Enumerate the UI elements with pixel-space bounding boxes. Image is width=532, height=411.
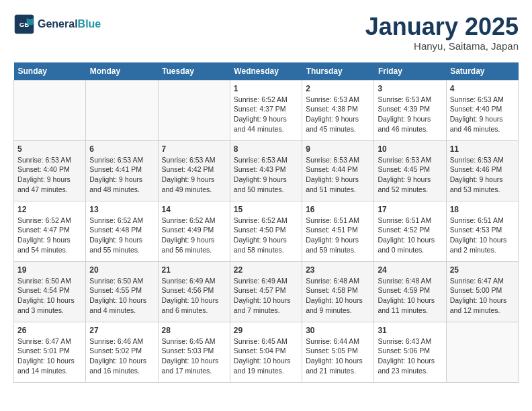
weekday-header-friday: Friday [374,62,446,81]
weekday-header-tuesday: Tuesday [158,62,230,81]
day-number: 31 [378,326,442,335]
day-number: 13 [89,205,154,214]
calendar-cell: 4Sunrise: 6:53 AM Sunset: 4:40 PM Daylig… [446,80,518,140]
day-info: Sunrise: 6:47 AM Sunset: 5:01 PM Dayligh… [17,336,82,376]
logo-text: GeneralBlue [38,18,101,30]
calendar-cell: 5Sunrise: 6:53 AM Sunset: 4:40 PM Daylig… [14,140,86,201]
day-info: Sunrise: 6:50 AM Sunset: 4:54 PM Dayligh… [17,276,82,316]
calendar-cell: 11Sunrise: 6:53 AM Sunset: 4:46 PM Dayli… [446,140,518,201]
day-number: 14 [162,205,226,214]
day-number: 22 [234,265,298,275]
calendar-cell: 24Sunrise: 6:48 AM Sunset: 4:59 PM Dayli… [374,261,446,322]
day-number: 25 [450,265,515,275]
calendar-cell: 10Sunrise: 6:53 AM Sunset: 4:45 PM Dayli… [374,140,446,201]
day-number: 23 [306,265,370,275]
weekday-header-sunday: Sunday [14,62,86,81]
day-info: Sunrise: 6:48 AM Sunset: 4:59 PM Dayligh… [378,276,442,316]
day-info: Sunrise: 6:44 AM Sunset: 5:05 PM Dayligh… [306,336,370,376]
calendar-cell: 6Sunrise: 6:53 AM Sunset: 4:41 PM Daylig… [86,140,158,201]
calendar-cell: 23Sunrise: 6:48 AM Sunset: 4:58 PM Dayli… [302,261,374,322]
calendar-week-row: 26Sunrise: 6:47 AM Sunset: 5:01 PM Dayli… [14,322,519,382]
day-number: 17 [378,205,442,214]
day-number: 8 [234,144,298,154]
day-number: 16 [306,205,370,214]
location: Hanyu, Saitama, Japan [365,40,519,52]
day-info: Sunrise: 6:46 AM Sunset: 5:02 PM Dayligh… [89,336,154,376]
weekday-header-thursday: Thursday [302,62,374,81]
calendar-cell: 12Sunrise: 6:52 AM Sunset: 4:47 PM Dayli… [14,201,86,261]
calendar-cell: 22Sunrise: 6:49 AM Sunset: 4:57 PM Dayli… [230,261,302,322]
calendar-cell: 25Sunrise: 6:47 AM Sunset: 5:00 PM Dayli… [446,261,518,322]
day-number: 24 [378,265,442,275]
calendar-cell: 18Sunrise: 6:51 AM Sunset: 4:53 PM Dayli… [446,201,518,261]
day-info: Sunrise: 6:53 AM Sunset: 4:42 PM Dayligh… [162,155,226,195]
day-info: Sunrise: 6:52 AM Sunset: 4:48 PM Dayligh… [89,216,154,255]
day-info: Sunrise: 6:53 AM Sunset: 4:41 PM Dayligh… [89,155,154,195]
day-info: Sunrise: 6:43 AM Sunset: 5:06 PM Dayligh… [378,336,442,376]
calendar-cell: 20Sunrise: 6:50 AM Sunset: 4:55 PM Dayli… [86,261,158,322]
day-number: 9 [306,144,370,154]
day-info: Sunrise: 6:53 AM Sunset: 4:43 PM Dayligh… [234,155,298,195]
calendar-cell: 7Sunrise: 6:53 AM Sunset: 4:42 PM Daylig… [158,140,230,201]
day-info: Sunrise: 6:45 AM Sunset: 5:04 PM Dayligh… [234,336,298,376]
day-info: Sunrise: 6:53 AM Sunset: 4:45 PM Dayligh… [378,155,442,195]
weekday-header-saturday: Saturday [446,62,518,81]
day-number: 5 [17,144,82,154]
day-number: 3 [378,84,442,93]
calendar-cell: 19Sunrise: 6:50 AM Sunset: 4:54 PM Dayli… [14,261,86,322]
calendar-cell: 14Sunrise: 6:52 AM Sunset: 4:49 PM Dayli… [158,201,230,261]
calendar-cell: 9Sunrise: 6:53 AM Sunset: 4:44 PM Daylig… [302,140,374,201]
day-info: Sunrise: 6:50 AM Sunset: 4:55 PM Dayligh… [89,276,154,316]
calendar-cell [158,80,230,140]
day-info: Sunrise: 6:49 AM Sunset: 4:56 PM Dayligh… [162,276,226,316]
calendar-week-row: 5Sunrise: 6:53 AM Sunset: 4:40 PM Daylig… [14,140,519,201]
day-info: Sunrise: 6:53 AM Sunset: 4:40 PM Dayligh… [450,95,515,134]
calendar-table: SundayMondayTuesdayWednesdayThursdayFrid… [13,62,519,383]
day-info: Sunrise: 6:51 AM Sunset: 4:52 PM Dayligh… [378,216,442,255]
weekday-header-row: SundayMondayTuesdayWednesdayThursdayFrid… [14,62,519,81]
calendar-cell [14,80,86,140]
day-number: 12 [17,205,82,214]
weekday-header-monday: Monday [86,62,158,81]
day-number: 2 [306,84,370,93]
calendar-cell: 21Sunrise: 6:49 AM Sunset: 4:56 PM Dayli… [158,261,230,322]
calendar-cell: 17Sunrise: 6:51 AM Sunset: 4:52 PM Dayli… [374,201,446,261]
day-number: 29 [234,326,298,335]
calendar-cell: 8Sunrise: 6:53 AM Sunset: 4:43 PM Daylig… [230,140,302,201]
calendar-cell: 28Sunrise: 6:45 AM Sunset: 5:03 PM Dayli… [158,322,230,382]
day-number: 20 [89,265,154,275]
day-info: Sunrise: 6:45 AM Sunset: 5:03 PM Dayligh… [162,336,226,376]
day-number: 19 [17,265,82,275]
weekday-header-wednesday: Wednesday [230,62,302,81]
day-number: 18 [450,205,515,214]
day-number: 15 [234,205,298,214]
day-number: 26 [17,326,82,335]
day-info: Sunrise: 6:53 AM Sunset: 4:39 PM Dayligh… [378,95,442,134]
day-number: 30 [306,326,370,335]
day-info: Sunrise: 6:52 AM Sunset: 4:49 PM Dayligh… [162,216,226,255]
day-info: Sunrise: 6:47 AM Sunset: 5:00 PM Dayligh… [450,276,515,316]
calendar-cell [446,322,518,382]
month-title: January 2025 [365,13,519,40]
day-info: Sunrise: 6:52 AM Sunset: 4:37 PM Dayligh… [234,95,298,134]
calendar-week-row: 12Sunrise: 6:52 AM Sunset: 4:47 PM Dayli… [14,201,519,261]
day-number: 4 [450,84,515,93]
calendar-cell [86,80,158,140]
calendar-week-row: 1Sunrise: 6:52 AM Sunset: 4:37 PM Daylig… [14,80,519,140]
day-number: 11 [450,144,515,154]
day-number: 10 [378,144,442,154]
logo-icon: GB [13,13,35,35]
day-number: 6 [89,144,154,154]
calendar-cell: 30Sunrise: 6:44 AM Sunset: 5:05 PM Dayli… [302,322,374,382]
day-info: Sunrise: 6:51 AM Sunset: 4:51 PM Dayligh… [306,216,370,255]
day-info: Sunrise: 6:53 AM Sunset: 4:46 PM Dayligh… [450,155,515,195]
title-block: January 2025 Hanyu, Saitama, Japan [365,13,519,52]
logo: GB GeneralBlue [13,13,101,35]
calendar-cell: 26Sunrise: 6:47 AM Sunset: 5:01 PM Dayli… [14,322,86,382]
day-info: Sunrise: 6:53 AM Sunset: 4:44 PM Dayligh… [306,155,370,195]
day-number: 21 [162,265,226,275]
calendar-cell: 1Sunrise: 6:52 AM Sunset: 4:37 PM Daylig… [230,80,302,140]
calendar-cell: 16Sunrise: 6:51 AM Sunset: 4:51 PM Dayli… [302,201,374,261]
day-number: 1 [234,84,298,93]
page-header: GB GeneralBlue January 2025 Hanyu, Saita… [13,13,519,52]
